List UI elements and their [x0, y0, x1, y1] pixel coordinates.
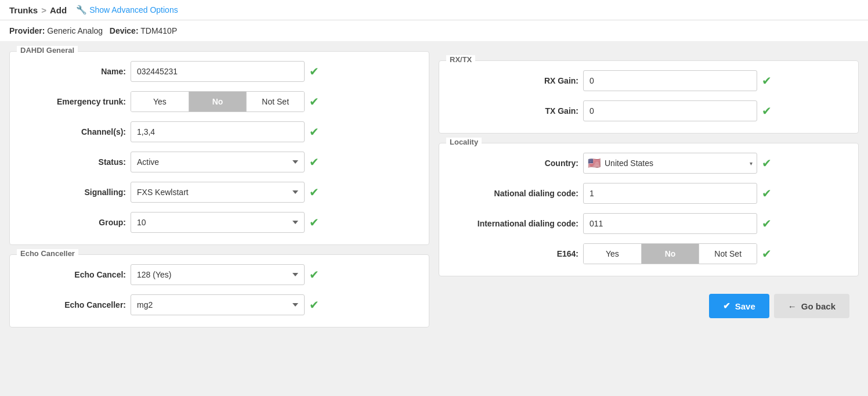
emergency-trunk-no-btn[interactable]: No: [189, 92, 247, 111]
international-dialing-code-row: International dialing code: ✔: [451, 213, 847, 234]
save-label: Save: [735, 301, 755, 311]
national-dialing-code-label: National dialing code:: [451, 189, 578, 198]
echo-cancel-row: Echo Cancel: 128 (Yes) 64 (Yes) 32 (Yes)…: [21, 264, 417, 285]
advanced-options-label: Show Advanced Options: [89, 5, 178, 15]
echo-canceller-section: Echo Canceller Echo Cancel: 128 (Yes) 64…: [9, 254, 429, 327]
dahdi-general-section: DAHDI General Name: ✔ Emergency trunk: Y…: [9, 51, 429, 245]
signalling-select[interactable]: FXS Kewlstart FXO Kewlstart FXS Loopstar…: [131, 182, 305, 203]
national-dialing-code-check-icon: ✔: [762, 186, 772, 200]
e164-label: E164:: [451, 249, 578, 258]
emergency-trunk-yes-btn[interactable]: Yes: [131, 92, 189, 111]
save-check-icon: ✔: [723, 301, 730, 311]
international-dialing-code-check-icon: ✔: [762, 217, 772, 231]
group-label: Group:: [21, 218, 126, 227]
signalling-label: Signalling:: [21, 188, 126, 197]
echo-cancel-check-icon: ✔: [309, 268, 319, 282]
breadcrumb-parent[interactable]: Trunks: [9, 5, 38, 15]
locality-section: Locality Country: 🇺🇸 United States Canad…: [439, 143, 859, 276]
echo-canceller-check-icon: ✔: [309, 298, 319, 312]
emergency-trunk-toggle[interactable]: Yes No Not Set: [131, 91, 305, 112]
locality-title: Locality: [446, 138, 482, 146]
channels-label: Channel(s):: [21, 127, 126, 136]
country-label: Country:: [451, 159, 578, 168]
channels-input[interactable]: [131, 121, 305, 142]
channels-row: Channel(s): ✔: [21, 121, 417, 142]
rxtx-title: RX/TX: [446, 55, 475, 64]
dahdi-general-title: DAHDI General: [17, 46, 78, 55]
goback-label: Go back: [801, 301, 836, 311]
emergency-trunk-notset-btn[interactable]: Not Set: [247, 92, 304, 111]
signalling-check-icon: ✔: [309, 185, 319, 199]
e164-no-btn[interactable]: No: [642, 244, 700, 264]
name-row: Name: ✔: [21, 61, 417, 82]
rx-gain-label: RX Gain:: [451, 76, 578, 85]
wrench-icon: 🔧: [76, 5, 87, 15]
emergency-trunk-check-icon: ✔: [309, 95, 319, 109]
e164-check-icon: ✔: [762, 247, 772, 261]
echo-canceller-title: Echo Canceller: [17, 249, 78, 258]
status-select[interactable]: Active Inactive Disabled: [131, 152, 305, 172]
name-label: Name:: [21, 67, 126, 76]
status-check-icon: ✔: [309, 155, 319, 169]
country-row: Country: 🇺🇸 United States Canada United …: [451, 153, 847, 174]
echo-canceller-label: Echo Canceller:: [21, 300, 126, 309]
goback-arrow-icon: ←: [788, 301, 797, 311]
device-value: TDM410P: [140, 26, 177, 35]
rx-gain-input[interactable]: [583, 70, 757, 91]
bottom-actions: ✔ Save ← Go back: [439, 289, 859, 327]
echo-cancel-select[interactable]: 128 (Yes) 64 (Yes) 32 (Yes) No: [131, 264, 305, 285]
status-label: Status:: [21, 157, 126, 167]
tx-gain-row: TX Gain: ✔: [451, 100, 847, 121]
emergency-trunk-row: Emergency trunk: Yes No Not Set ✔: [21, 91, 417, 112]
echo-canceller-select[interactable]: mg2 oslec none: [131, 294, 305, 315]
breadcrumb-current: Add: [50, 5, 67, 15]
signalling-row: Signalling: FXS Kewlstart FXO Kewlstart …: [21, 182, 417, 203]
international-dialing-code-input[interactable]: [583, 213, 757, 234]
goback-button[interactable]: ← Go back: [774, 294, 849, 318]
group-select[interactable]: 10 0 1 2: [131, 212, 305, 233]
save-button[interactable]: ✔ Save: [709, 294, 769, 318]
group-check-icon: ✔: [309, 215, 319, 229]
name-check-icon: ✔: [309, 64, 319, 78]
status-row: Status: Active Inactive Disabled ✔: [21, 152, 417, 172]
e164-row: E164: Yes No Not Set ✔: [451, 243, 847, 264]
provider-value: Generic Analog: [47, 26, 103, 35]
national-dialing-code-input[interactable]: [583, 183, 757, 204]
tx-gain-check-icon: ✔: [762, 104, 772, 118]
e164-notset-btn[interactable]: Not Set: [699, 244, 757, 264]
name-input[interactable]: [131, 61, 305, 82]
international-dialing-code-label: International dialing code:: [451, 219, 578, 228]
breadcrumb-separator: >: [41, 5, 46, 15]
emergency-trunk-label: Emergency trunk:: [21, 97, 126, 106]
national-dialing-code-row: National dialing code: ✔: [451, 183, 847, 204]
provider-info-bar: Provider: Generic Analog Device: TDM410P: [0, 20, 868, 42]
rxtx-section: RX/TX RX Gain: ✔ TX Gain: ✔: [439, 60, 859, 134]
echo-canceller-row: Echo Canceller: mg2 oslec none ✔: [21, 294, 417, 315]
channels-check-icon: ✔: [309, 125, 319, 139]
echo-cancel-label: Echo Cancel:: [21, 270, 126, 279]
country-select-wrapper: 🇺🇸 United States Canada United Kingdom A…: [583, 153, 757, 174]
tx-gain-input[interactable]: [583, 100, 757, 121]
e164-toggle[interactable]: Yes No Not Set: [583, 243, 757, 264]
e164-yes-btn[interactable]: Yes: [584, 244, 642, 264]
country-check-icon: ✔: [762, 156, 772, 170]
show-advanced-options-link[interactable]: 🔧 Show Advanced Options: [76, 5, 178, 15]
rx-gain-row: RX Gain: ✔: [451, 70, 847, 91]
tx-gain-label: TX Gain:: [451, 106, 578, 116]
group-row: Group: 10 0 1 2 ✔: [21, 212, 417, 233]
rx-gain-check-icon: ✔: [762, 74, 772, 88]
country-select[interactable]: United States Canada United Kingdom Aust…: [583, 153, 757, 174]
device-label: Device:: [110, 26, 139, 35]
provider-label: Provider:: [9, 26, 45, 35]
